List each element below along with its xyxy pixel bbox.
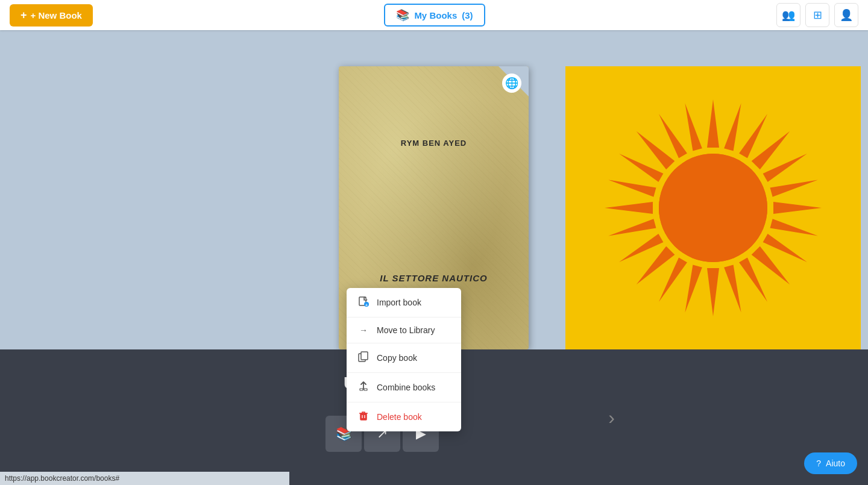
svg-marker-2 <box>724 102 746 151</box>
book-title: IL SETTORE NAUTICO <box>339 273 529 283</box>
svg-marker-8 <box>770 219 819 240</box>
header-right: 👥 ⊞ 👤 <box>776 3 858 27</box>
svg-marker-14 <box>681 265 702 314</box>
delete-icon <box>357 410 370 424</box>
help-label: Aiuto <box>826 458 845 468</box>
import-label: Import book <box>377 298 421 307</box>
svg-rect-30 <box>361 352 368 360</box>
delete-label: Delete book <box>377 412 422 422</box>
menu-item-move[interactable]: → Move to Library <box>347 318 461 343</box>
status-url: https://app.bookcreator.com/books# <box>5 474 119 483</box>
groups-icon: 👥 <box>782 8 795 22</box>
svg-marker-12 <box>724 265 746 314</box>
menu-item-copy[interactable]: Copy book <box>347 343 461 373</box>
book-author: RYM BEN AYED <box>339 139 529 148</box>
status-bar: https://app.bookcreator.com/books# <box>0 472 289 485</box>
new-book-label: + New Book <box>31 10 82 20</box>
copy-icon <box>357 351 370 365</box>
my-books-tab[interactable]: 📚 My Books (3) <box>384 4 485 27</box>
menu-item-import[interactable]: + Import book <box>347 288 461 318</box>
my-books-count: (3) <box>462 10 473 20</box>
svg-marker-7 <box>773 202 822 214</box>
svg-marker-1 <box>707 99 719 148</box>
globe-icon: 🌐 <box>502 74 521 93</box>
svg-marker-24 <box>681 102 702 151</box>
svg-text:+: + <box>365 303 368 307</box>
help-button[interactable]: ? Aiuto <box>804 452 857 474</box>
profile-icon: 👤 <box>840 8 853 22</box>
books-icon: 📚 <box>396 8 409 22</box>
header: + + New Book 📚 My Books (3) 👥 ⊞ 👤 <box>0 0 868 30</box>
next-arrow[interactable]: › <box>608 406 615 428</box>
groups-button[interactable]: 👥 <box>776 3 800 27</box>
combine-label: Combine books <box>377 383 435 392</box>
new-book-button[interactable]: + + New Book <box>10 4 93 27</box>
svg-rect-31 <box>360 389 363 390</box>
move-label: Move to Library <box>377 325 435 335</box>
svg-point-25 <box>659 154 767 262</box>
import-icon: + <box>357 296 370 309</box>
sun-svg <box>599 93 828 322</box>
svg-marker-6 <box>770 175 819 197</box>
book-sun <box>565 66 861 349</box>
svg-marker-13 <box>707 268 719 316</box>
context-menu: + Import book → Move to Library Copy boo… <box>347 288 461 431</box>
copy-label: Copy book <box>377 353 417 363</box>
menu-item-combine[interactable]: Combine books <box>347 373 461 402</box>
book-sun-container[interactable] <box>565 66 861 349</box>
help-circle-icon: ? <box>816 458 821 468</box>
my-books-label: My Books <box>414 10 457 20</box>
profile-button[interactable]: 👤 <box>834 3 858 27</box>
svg-rect-33 <box>360 413 366 420</box>
svg-marker-19 <box>605 202 653 214</box>
svg-marker-20 <box>607 175 656 197</box>
plus-icon: + <box>20 9 27 22</box>
move-icon: → <box>357 325 370 335</box>
grid-button[interactable]: ⊞ <box>805 3 829 27</box>
combine-icon <box>357 381 370 394</box>
svg-marker-18 <box>607 219 656 240</box>
menu-item-delete[interactable]: Delete book <box>347 402 461 431</box>
grid-icon: ⊞ <box>813 8 822 22</box>
svg-rect-32 <box>364 389 367 390</box>
